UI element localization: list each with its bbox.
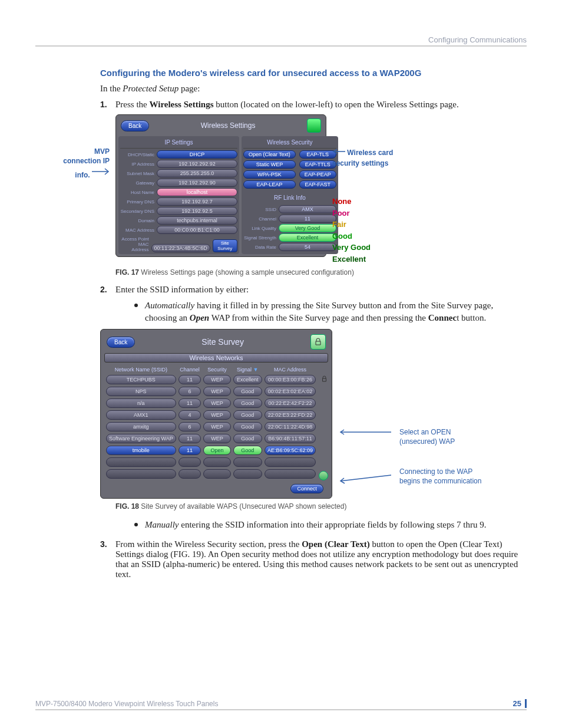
rf-link-quality: Very Good: [279, 224, 336, 232]
step-number: 2.: [100, 285, 107, 294]
rf-link-header: RF Link Info: [243, 193, 336, 203]
ap-mac-field: 00:11:22:3A:4B:5C:6D: [151, 244, 210, 252]
back-button[interactable]: Back: [121, 120, 149, 131]
step-3: 3. From within the Wireless Security sec…: [100, 539, 527, 579]
page-footer: MVP-7500/8400 Modero Viewpoint Wireless …: [35, 699, 527, 710]
page-header-right: Configuring Communications: [35, 35, 527, 47]
wpa-psk-button[interactable]: WPA-PSK: [243, 170, 296, 179]
svg-line-3: [340, 475, 391, 481]
wireless-settings-panel: Back Wireless Settings IP Settings DHCP/…: [115, 114, 326, 257]
rf-ssid: AMX: [279, 205, 336, 213]
status-corner-icon: [307, 118, 321, 133]
intro-text: In the Protected Setup page:: [100, 84, 527, 94]
primary-dns-field[interactable]: 192.192.92.7: [157, 197, 237, 206]
col-channel[interactable]: Channel: [178, 366, 202, 373]
fig17-caption: FIG. 17 Wireless Settings page (showing …: [115, 268, 527, 276]
eap-fast-button[interactable]: EAP-FAST: [299, 180, 336, 189]
step-number: 1.: [100, 100, 107, 109]
wireless-networks-header: Wireless Networks: [104, 353, 328, 363]
lock-icon: [310, 334, 326, 350]
scroll-down-button[interactable]: [319, 471, 328, 480]
secondary-dns-field[interactable]: 192.192.92.5: [157, 207, 237, 215]
table-row[interactable]: NPS6WEPGood00:02:E3:02:EA:02: [105, 386, 316, 397]
sort-desc-icon: ▼: [253, 367, 259, 373]
ip-settings-header: IP Settings: [120, 138, 237, 149]
step-1: 1. Press the Wireless Settings button (l…: [100, 100, 527, 276]
site-survey-panel: Back Site Survey Wireless Networks: [100, 329, 332, 499]
col-mac[interactable]: MAC Address: [264, 366, 316, 373]
rf-data-rate: 54: [279, 243, 336, 251]
back-button[interactable]: Back: [107, 337, 135, 348]
step2-auto: Automatically having it filled in by pre…: [134, 299, 527, 324]
table-row[interactable]: amxitg6WEPGood22:0C:11:22:4D:98: [105, 421, 316, 432]
rf-signal-strength: Excellent: [279, 233, 336, 242]
table-row[interactable]: TECHPUBS11WEPExcellent00:00:E3:00:FB:26: [105, 374, 316, 385]
step-2: 2. Enter the SSID information by either:…: [100, 285, 527, 531]
panel-title: Site Survey: [138, 337, 307, 347]
eap-ttls-button[interactable]: EAP-TTLS: [299, 160, 336, 169]
eap-peap-button[interactable]: EAP-PEAP: [299, 170, 336, 179]
figure-18: Back Site Survey Wireless Networks: [100, 329, 527, 499]
networks-table: Network Name (SSID) Channel Security Sig…: [104, 365, 318, 480]
domain-field[interactable]: techpubs.internal: [157, 216, 237, 225]
fig18-annotations: Select an OPEN (unsecured) WAP Connectin…: [399, 329, 482, 486]
wireless-security-column: Wireless Security Open (Clear Text) EAP-…: [242, 136, 338, 254]
col-security[interactable]: Security: [203, 366, 231, 373]
col-signal[interactable]: Signal ▼: [233, 366, 263, 373]
step2-manual: Manually entering the SSID information i…: [134, 519, 527, 531]
quality-legend: None Poor Fair Good Very Good Excellent: [332, 196, 403, 265]
ip-settings-column: IP Settings DHCP/StaticDHCP IP Address19…: [118, 136, 239, 254]
table-row[interactable]: Software Engineering WAP11WEPGoodB6:90:4…: [105, 433, 316, 444]
fig18-caption: FIG. 18 Site Survey of available WAPS (U…: [115, 502, 527, 510]
page-number: 25: [513, 699, 527, 708]
scroll-column: [319, 365, 328, 480]
table-row[interactable]: AMX14WEPGood22:02:E3:22:FD:22: [105, 410, 316, 420]
ip-address-field[interactable]: 192.192.292.92: [157, 160, 237, 168]
fig17-right-labels: Wireless card security settings None Poo…: [332, 114, 403, 265]
subnet-mask-field[interactable]: 255.255.255.0: [157, 169, 237, 177]
footer-text: MVP-7500/8400 Modero Viewpoint Wireless …: [35, 700, 218, 708]
wireless-security-header: Wireless Security: [243, 138, 336, 149]
step-number: 3.: [100, 539, 107, 549]
eap-tls-button[interactable]: EAP-TLS: [299, 150, 336, 159]
table-row[interactable]: tmobile11OpenGoodAE:B6:09:5C:62:09: [105, 445, 316, 456]
dhcp-button[interactable]: DHCP: [157, 150, 237, 159]
lock-small-icon: [321, 375, 328, 384]
site-survey-button[interactable]: Site Survey: [213, 239, 237, 252]
panel-title: Wireless Settings: [153, 121, 303, 130]
static-wep-button[interactable]: Static WEP: [243, 160, 296, 169]
section-heading: Configuring the Modero's wireless card f…: [100, 68, 527, 78]
eap-leap-button[interactable]: EAP-LEAP: [243, 180, 296, 189]
gateway-field[interactable]: 192.192.292.90: [157, 179, 237, 187]
table-row[interactable]: n/a11WEPGood00:22:E2:42:F2:22: [105, 398, 316, 409]
open-clear-text-button[interactable]: Open (Clear Text): [243, 150, 296, 159]
mac-address-field: 00:C0:00:B1:C1:00: [157, 226, 237, 234]
rf-channel: 11: [279, 215, 336, 223]
connect-button[interactable]: Connect: [290, 484, 323, 493]
hostname-field[interactable]: localhost: [157, 188, 237, 196]
col-ssid[interactable]: Network Name (SSID): [105, 366, 177, 373]
fig17-left-label: MVP connection IP info.: [62, 114, 110, 180]
figure-17: MVP connection IP info. Back Wireless Se…: [62, 114, 527, 265]
table-row: [105, 469, 316, 479]
table-row: [105, 457, 316, 467]
